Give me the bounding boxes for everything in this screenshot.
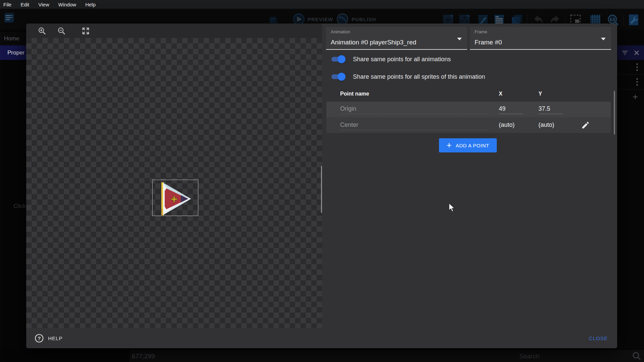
column-x: X bbox=[499, 91, 502, 97]
toggle-share-all-sprites: Share same points for all sprites of thi… bbox=[331, 73, 485, 81]
panel-row: + bbox=[617, 89, 644, 104]
point-x-field[interactable]: (auto) bbox=[499, 121, 523, 129]
project-settings-icon[interactable] bbox=[627, 13, 640, 28]
canvas-toolbar bbox=[26, 24, 322, 38]
status-panel bbox=[129, 350, 644, 362]
menu-edit[interactable]: Edit bbox=[21, 2, 29, 7]
dialog-footer: ? HELP CLOSE bbox=[26, 328, 617, 348]
toggle-label: Share same points for all sprites of thi… bbox=[353, 73, 485, 80]
sprite-player-ship[interactable] bbox=[155, 182, 194, 217]
cursor-coordinates: 677;299 bbox=[132, 353, 155, 360]
svg-text:1:1: 1:1 bbox=[610, 17, 615, 22]
preview-label[interactable]: PREVIEW bbox=[308, 16, 333, 22]
publish-label[interactable]: PUBLISH bbox=[352, 16, 376, 22]
point-y-field[interactable]: 37.5 bbox=[538, 105, 563, 114]
menu-view[interactable]: View bbox=[38, 2, 49, 7]
column-point-name: Point name bbox=[340, 91, 369, 97]
toggle-label: Share same points for all animations bbox=[353, 56, 451, 63]
mouse-cursor bbox=[449, 203, 456, 214]
menu-file[interactable]: File bbox=[3, 2, 11, 7]
sprite-canvas[interactable] bbox=[26, 38, 322, 328]
chevron-down-icon bbox=[601, 38, 606, 40]
zoom-in-icon[interactable] bbox=[38, 27, 46, 35]
points-table-header: Point name X Y bbox=[322, 91, 617, 102]
add-row-icon[interactable]: + bbox=[633, 92, 638, 102]
frame-select-value: Frame #0 bbox=[475, 39, 502, 46]
frame-select-label: Frame bbox=[475, 29, 487, 34]
panel-scrollbar[interactable] bbox=[614, 91, 615, 135]
animation-select-value: Animation #0 playerShip3_red bbox=[331, 39, 416, 46]
zoom-out-icon[interactable] bbox=[57, 27, 66, 35]
point-name-field[interactable]: Center bbox=[340, 121, 488, 130]
chevron-down-icon bbox=[457, 38, 462, 40]
background-clipped-text: Click bbox=[13, 203, 26, 210]
filter-icon[interactable] bbox=[621, 49, 629, 57]
add-a-point-label: ADD A POINT bbox=[456, 143, 489, 148]
panel-row bbox=[617, 60, 644, 75]
help-icon: ? bbox=[35, 334, 44, 343]
help-label: HELP bbox=[48, 335, 63, 341]
svg-text:?: ? bbox=[38, 335, 41, 341]
plus-icon: + bbox=[447, 141, 452, 149]
properties-panel-header bbox=[617, 45, 644, 60]
edit-points-dialog: Animation Animation #0 playerShip3_red F… bbox=[26, 24, 617, 348]
column-y: Y bbox=[538, 91, 542, 97]
animation-select-label: Animation bbox=[331, 29, 350, 34]
animation-select[interactable]: Animation Animation #0 playerShip3_red bbox=[326, 27, 467, 50]
screen: File Edit View Window Help PREVIEW bbox=[0, 0, 644, 362]
toggle-switch[interactable] bbox=[331, 55, 346, 63]
search-icon[interactable] bbox=[632, 351, 641, 362]
frame-select[interactable]: Frame Frame #0 bbox=[470, 27, 611, 50]
points-panel: Animation Animation #0 playerShip3_red F… bbox=[322, 24, 617, 328]
point-y-field[interactable]: (auto) bbox=[538, 121, 563, 129]
toggle-switch[interactable] bbox=[331, 73, 346, 81]
close-button[interactable]: CLOSE bbox=[589, 335, 608, 341]
close-panel-icon[interactable] bbox=[633, 49, 640, 56]
menu-bar: File Edit View Window Help bbox=[0, 0, 644, 9]
tab-home[interactable]: Home bbox=[0, 32, 26, 45]
search-input[interactable]: Search bbox=[519, 353, 539, 360]
fit-view-icon[interactable] bbox=[81, 27, 90, 35]
project-manager-icon[interactable] bbox=[3, 11, 16, 26]
edit-point-icon[interactable] bbox=[581, 121, 590, 130]
row-menu-icon[interactable] bbox=[636, 78, 638, 86]
toggle-share-all-animations: Share same points for all animations bbox=[331, 55, 451, 63]
point-name-field[interactable]: Origin bbox=[340, 105, 488, 114]
row-menu-icon[interactable] bbox=[636, 63, 638, 71]
table-row-center[interactable]: Center (auto) (auto) bbox=[326, 117, 611, 133]
tab-properties[interactable]: Proper bbox=[0, 45, 26, 60]
table-row-origin[interactable]: Origin 49 37.5 bbox=[326, 102, 611, 117]
point-x-field[interactable]: 49 bbox=[499, 105, 523, 114]
add-a-point-button[interactable]: + ADD A POINT bbox=[439, 138, 497, 152]
menu-window[interactable]: Window bbox=[58, 2, 76, 7]
help-button[interactable]: ? HELP bbox=[35, 334, 63, 343]
menu-help[interactable]: Help bbox=[85, 2, 96, 7]
panel-row bbox=[617, 75, 644, 89]
